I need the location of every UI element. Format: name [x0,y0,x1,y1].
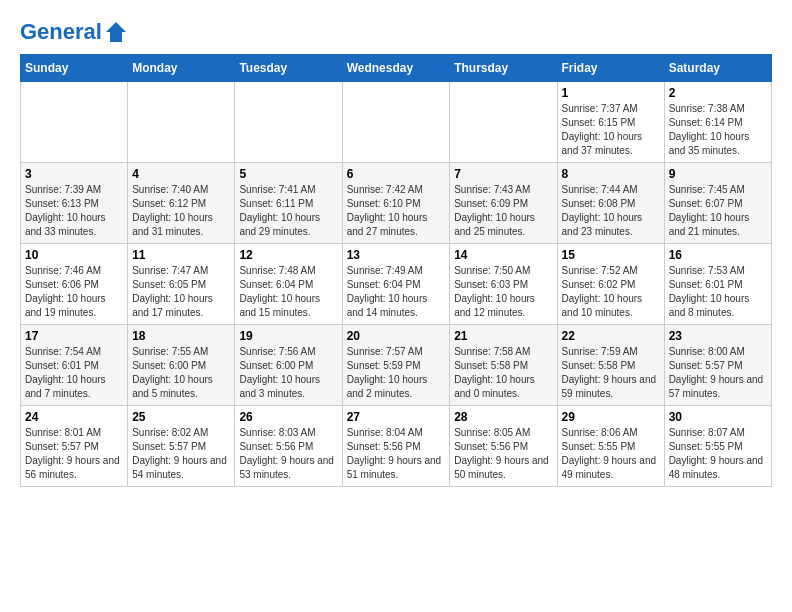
calendar-cell: 12Sunrise: 7:48 AMSunset: 6:04 PMDayligh… [235,244,342,325]
day-number: 7 [454,167,552,181]
day-info: Sunrise: 7:41 AMSunset: 6:11 PMDaylight:… [239,183,337,239]
calendar-week-row: 17Sunrise: 7:54 AMSunset: 6:01 PMDayligh… [21,325,772,406]
day-number: 1 [562,86,660,100]
day-number: 15 [562,248,660,262]
calendar-cell: 23Sunrise: 8:00 AMSunset: 5:57 PMDayligh… [664,325,771,406]
day-info: Sunrise: 7:56 AMSunset: 6:00 PMDaylight:… [239,345,337,401]
day-info: Sunrise: 7:47 AMSunset: 6:05 PMDaylight:… [132,264,230,320]
weekday-header: Thursday [450,55,557,82]
day-number: 24 [25,410,123,424]
weekday-header: Monday [128,55,235,82]
calendar-week-row: 10Sunrise: 7:46 AMSunset: 6:06 PMDayligh… [21,244,772,325]
day-info: Sunrise: 7:42 AMSunset: 6:10 PMDaylight:… [347,183,446,239]
weekday-header: Wednesday [342,55,450,82]
day-info: Sunrise: 7:52 AMSunset: 6:02 PMDaylight:… [562,264,660,320]
day-info: Sunrise: 7:53 AMSunset: 6:01 PMDaylight:… [669,264,767,320]
weekday-header: Sunday [21,55,128,82]
logo-icon [104,20,128,44]
day-info: Sunrise: 7:59 AMSunset: 5:58 PMDaylight:… [562,345,660,401]
day-number: 29 [562,410,660,424]
day-number: 26 [239,410,337,424]
calendar-cell [235,82,342,163]
calendar-cell: 19Sunrise: 7:56 AMSunset: 6:00 PMDayligh… [235,325,342,406]
calendar-week-row: 24Sunrise: 8:01 AMSunset: 5:57 PMDayligh… [21,406,772,487]
calendar-cell [450,82,557,163]
day-number: 28 [454,410,552,424]
svg-marker-0 [106,22,126,42]
day-number: 18 [132,329,230,343]
day-info: Sunrise: 8:05 AMSunset: 5:56 PMDaylight:… [454,426,552,482]
calendar-cell: 9Sunrise: 7:45 AMSunset: 6:07 PMDaylight… [664,163,771,244]
calendar-cell: 8Sunrise: 7:44 AMSunset: 6:08 PMDaylight… [557,163,664,244]
day-info: Sunrise: 7:45 AMSunset: 6:07 PMDaylight:… [669,183,767,239]
calendar-cell: 7Sunrise: 7:43 AMSunset: 6:09 PMDaylight… [450,163,557,244]
day-number: 25 [132,410,230,424]
day-number: 27 [347,410,446,424]
calendar-cell: 30Sunrise: 8:07 AMSunset: 5:55 PMDayligh… [664,406,771,487]
day-info: Sunrise: 8:00 AMSunset: 5:57 PMDaylight:… [669,345,767,401]
calendar-cell: 28Sunrise: 8:05 AMSunset: 5:56 PMDayligh… [450,406,557,487]
calendar-cell: 11Sunrise: 7:47 AMSunset: 6:05 PMDayligh… [128,244,235,325]
day-number: 9 [669,167,767,181]
logo: General [20,20,128,44]
calendar-cell: 4Sunrise: 7:40 AMSunset: 6:12 PMDaylight… [128,163,235,244]
day-info: Sunrise: 7:46 AMSunset: 6:06 PMDaylight:… [25,264,123,320]
weekday-header: Saturday [664,55,771,82]
calendar-cell: 27Sunrise: 8:04 AMSunset: 5:56 PMDayligh… [342,406,450,487]
day-number: 11 [132,248,230,262]
day-info: Sunrise: 8:01 AMSunset: 5:57 PMDaylight:… [25,426,123,482]
day-number: 13 [347,248,446,262]
day-info: Sunrise: 7:37 AMSunset: 6:15 PMDaylight:… [562,102,660,158]
day-info: Sunrise: 7:48 AMSunset: 6:04 PMDaylight:… [239,264,337,320]
calendar-week-row: 3Sunrise: 7:39 AMSunset: 6:13 PMDaylight… [21,163,772,244]
weekday-header: Friday [557,55,664,82]
day-number: 10 [25,248,123,262]
day-number: 2 [669,86,767,100]
calendar-cell: 26Sunrise: 8:03 AMSunset: 5:56 PMDayligh… [235,406,342,487]
calendar-cell: 17Sunrise: 7:54 AMSunset: 6:01 PMDayligh… [21,325,128,406]
day-info: Sunrise: 8:06 AMSunset: 5:55 PMDaylight:… [562,426,660,482]
day-info: Sunrise: 7:58 AMSunset: 5:58 PMDaylight:… [454,345,552,401]
day-info: Sunrise: 8:07 AMSunset: 5:55 PMDaylight:… [669,426,767,482]
calendar-cell: 22Sunrise: 7:59 AMSunset: 5:58 PMDayligh… [557,325,664,406]
day-info: Sunrise: 7:57 AMSunset: 5:59 PMDaylight:… [347,345,446,401]
day-info: Sunrise: 8:03 AMSunset: 5:56 PMDaylight:… [239,426,337,482]
weekday-header-row: SundayMondayTuesdayWednesdayThursdayFrid… [21,55,772,82]
logo-text: General [20,20,102,44]
calendar-cell: 20Sunrise: 7:57 AMSunset: 5:59 PMDayligh… [342,325,450,406]
calendar-cell: 18Sunrise: 7:55 AMSunset: 6:00 PMDayligh… [128,325,235,406]
calendar-cell: 3Sunrise: 7:39 AMSunset: 6:13 PMDaylight… [21,163,128,244]
calendar-cell [21,82,128,163]
day-number: 14 [454,248,552,262]
calendar-cell: 15Sunrise: 7:52 AMSunset: 6:02 PMDayligh… [557,244,664,325]
day-info: Sunrise: 7:43 AMSunset: 6:09 PMDaylight:… [454,183,552,239]
day-number: 17 [25,329,123,343]
calendar-week-row: 1Sunrise: 7:37 AMSunset: 6:15 PMDaylight… [21,82,772,163]
day-info: Sunrise: 7:44 AMSunset: 6:08 PMDaylight:… [562,183,660,239]
calendar-cell: 24Sunrise: 8:01 AMSunset: 5:57 PMDayligh… [21,406,128,487]
day-info: Sunrise: 7:39 AMSunset: 6:13 PMDaylight:… [25,183,123,239]
calendar: SundayMondayTuesdayWednesdayThursdayFrid… [20,54,772,487]
calendar-cell [128,82,235,163]
day-number: 19 [239,329,337,343]
day-number: 5 [239,167,337,181]
calendar-cell: 25Sunrise: 8:02 AMSunset: 5:57 PMDayligh… [128,406,235,487]
day-number: 23 [669,329,767,343]
calendar-cell: 2Sunrise: 7:38 AMSunset: 6:14 PMDaylight… [664,82,771,163]
calendar-cell [342,82,450,163]
page-header: General [20,20,772,44]
day-number: 12 [239,248,337,262]
day-number: 8 [562,167,660,181]
day-number: 3 [25,167,123,181]
day-info: Sunrise: 7:49 AMSunset: 6:04 PMDaylight:… [347,264,446,320]
day-info: Sunrise: 7:55 AMSunset: 6:00 PMDaylight:… [132,345,230,401]
day-info: Sunrise: 7:54 AMSunset: 6:01 PMDaylight:… [25,345,123,401]
day-info: Sunrise: 8:02 AMSunset: 5:57 PMDaylight:… [132,426,230,482]
calendar-cell: 16Sunrise: 7:53 AMSunset: 6:01 PMDayligh… [664,244,771,325]
day-info: Sunrise: 8:04 AMSunset: 5:56 PMDaylight:… [347,426,446,482]
day-number: 30 [669,410,767,424]
calendar-cell: 1Sunrise: 7:37 AMSunset: 6:15 PMDaylight… [557,82,664,163]
day-number: 4 [132,167,230,181]
day-info: Sunrise: 7:50 AMSunset: 6:03 PMDaylight:… [454,264,552,320]
calendar-cell: 5Sunrise: 7:41 AMSunset: 6:11 PMDaylight… [235,163,342,244]
